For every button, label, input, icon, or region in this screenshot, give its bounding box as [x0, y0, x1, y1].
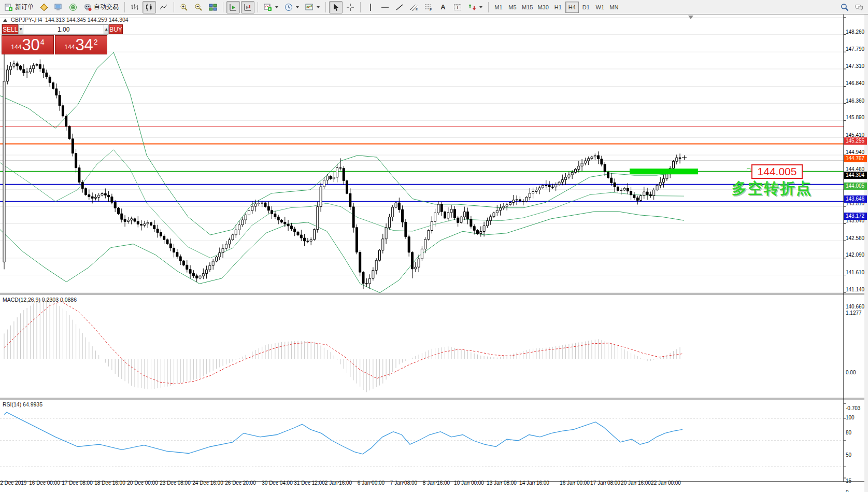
chart-shift-icon	[244, 3, 252, 11]
macd-histogram	[4, 298, 680, 392]
volume-input[interactable]	[23, 24, 104, 34]
zoom-in-icon	[180, 3, 188, 11]
new-order-button[interactable]: 新订单	[2, 1, 36, 13]
time-tick-label: 18 Dec 16:00	[94, 480, 125, 486]
zoom-out-icon	[194, 3, 203, 11]
price-tick-label: 145.890	[846, 115, 866, 121]
signals-button[interactable]	[66, 1, 80, 13]
channel-tool-button[interactable]: E	[407, 1, 421, 13]
one-click-trade-panel: SELL ▼ ▲ BUY 144 30 4 144 34 2	[2, 24, 108, 54]
price-tag-144.767[interactable]: 144.767	[844, 155, 867, 162]
cursor-tool-button[interactable]	[329, 1, 343, 13]
timeframe-button-H1[interactable]: H1	[551, 2, 565, 13]
zoom-in-button[interactable]	[177, 1, 191, 13]
bearish-candles	[16, 64, 681, 284]
arrows-tool-button[interactable]	[465, 1, 485, 13]
autotrading-label: 自动交易	[94, 3, 119, 11]
time-tick-label: 30 Dec 04:00	[262, 480, 293, 486]
volume-decrease-button[interactable]: ▼	[18, 24, 23, 34]
buy-button[interactable]: BUY	[109, 24, 123, 34]
auto-scroll-icon	[229, 3, 237, 11]
search-button[interactable]	[838, 1, 851, 13]
vertical-line-tool-button[interactable]	[364, 1, 377, 13]
timeframe-button-H4[interactable]: H4	[565, 2, 579, 13]
time-tick-label: 22 Jan 00:00	[651, 480, 681, 486]
chart-canvas[interactable]	[0, 15, 868, 492]
horizontal-line-tool-button[interactable]	[378, 1, 392, 13]
sell-price-button[interactable]: 144 30 4	[2, 35, 54, 54]
volume-increase-button[interactable]: ▲	[104, 24, 109, 34]
sell-button[interactable]: SELL	[2, 24, 18, 34]
periods-button[interactable]	[282, 1, 302, 13]
symbol-title: GBPJPY-,H4	[11, 17, 42, 23]
buy-price-pip: 2	[94, 38, 98, 46]
auto-scroll-button[interactable]	[226, 1, 240, 13]
price-tick-label: 148.260	[846, 29, 866, 36]
time-tick-label: 7 Jan 08:00	[390, 480, 417, 486]
time-tick-label: 17 Jan 08:00	[590, 480, 620, 486]
buy-price-button[interactable]: 144 34 2	[55, 35, 107, 54]
svg-text:T: T	[456, 5, 459, 10]
macd-tick-label: 1.1277	[846, 310, 866, 317]
timeframe-button-M15[interactable]: M15	[520, 2, 535, 13]
profile-button[interactable]	[37, 1, 51, 13]
text-tool-button[interactable]: A	[436, 1, 450, 13]
templates-button[interactable]	[303, 1, 322, 13]
timeframe-button-W1[interactable]: W1	[593, 2, 607, 13]
price-tag-145.255[interactable]: 145.255	[844, 137, 867, 145]
price-tick-label: 146.360	[846, 98, 866, 105]
autotrading-button[interactable]: 自动交易	[81, 1, 121, 13]
indicators-plus-icon	[264, 3, 272, 11]
collapse-triangle-icon	[3, 19, 7, 22]
zoom-out-button[interactable]	[192, 1, 205, 13]
timeframe-button-M5[interactable]: M5	[506, 2, 519, 13]
sell-price-big: 30	[22, 38, 39, 52]
sell-price-prefix: 144	[11, 44, 21, 51]
green-zone-rectangle[interactable]	[630, 168, 698, 174]
indicators-button[interactable]	[261, 1, 281, 13]
price-tick-label: 142.090	[846, 252, 866, 259]
turning-point-text[interactable]: 多空转折点	[732, 178, 812, 199]
macd-tick-label: -0.703	[846, 405, 866, 412]
line-chart-icon	[160, 3, 168, 11]
chart-shift-button[interactable]	[241, 1, 254, 13]
terminal-button[interactable]	[52, 1, 65, 13]
macd-signal-line	[4, 302, 682, 384]
chart-window[interactable]: GBPJPY-,H4 144.313 144.345 144.259 144.3…	[0, 15, 868, 492]
plus-marker[interactable]	[682, 156, 687, 160]
text-label-tool-button[interactable]: T	[451, 1, 464, 13]
buy-price-prefix: 144	[64, 44, 75, 51]
crosshair-icon	[346, 3, 354, 11]
trendline-tool-button[interactable]	[393, 1, 406, 13]
time-tick-label: 6 Jan 00:00	[358, 480, 385, 486]
price-annotation-box[interactable]: 144.005	[751, 164, 803, 179]
text-label-icon: T	[453, 3, 462, 11]
macd-label: MACD(12,26,9) 0.2303 0.0886	[3, 297, 77, 303]
tile-windows-button[interactable]	[206, 1, 220, 13]
arrow-objects-icon	[468, 3, 476, 11]
timeframe-button-M30[interactable]: M30	[535, 2, 550, 13]
candlestick-icon	[145, 3, 153, 11]
annotation-anchor-square[interactable]	[747, 168, 750, 172]
bar-chart-mode-button[interactable]	[128, 1, 141, 13]
candlestick-mode-button[interactable]	[143, 1, 156, 13]
toolbar-separator	[258, 2, 258, 12]
timeframe-button-M1[interactable]: M1	[492, 2, 505, 13]
fibonacci-tool-button[interactable]: F	[422, 1, 435, 13]
price-tick-label: 147.790	[846, 46, 866, 53]
bid-price-tag: 144.304	[844, 172, 867, 179]
crosshair-tool-button[interactable]	[344, 1, 357, 13]
chat-button[interactable]	[852, 1, 866, 13]
price-tick-label: 147.310	[846, 63, 866, 70]
price-tag-143.646[interactable]: 143.646	[844, 195, 867, 203]
toolbar-separator	[360, 2, 361, 12]
timeframe-button-D1[interactable]: D1	[579, 2, 593, 13]
chart-shift-marker[interactable]	[688, 16, 693, 19]
timeframe-button-MN[interactable]: MN	[607, 2, 621, 13]
rsi-tick-label: 50	[846, 452, 866, 459]
rsi-tick-label: 100	[846, 415, 866, 421]
price-tag-144.005[interactable]: 144.005	[844, 182, 867, 190]
price-tag-143.172[interactable]: 143.172	[844, 213, 867, 220]
text-a-icon: A	[440, 3, 445, 11]
line-chart-mode-button[interactable]	[157, 1, 170, 13]
